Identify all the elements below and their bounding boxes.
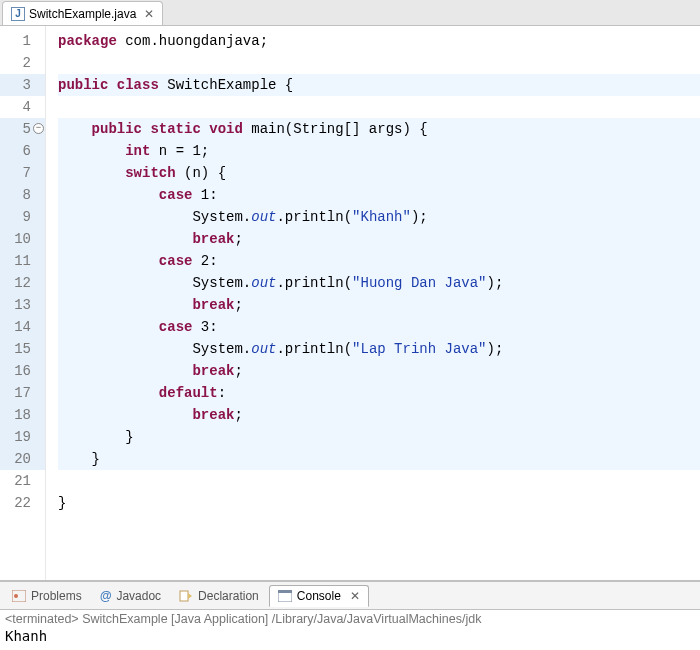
line-number: 12 bbox=[0, 272, 45, 294]
svg-rect-4 bbox=[278, 590, 292, 593]
line-number: 7 bbox=[0, 162, 45, 184]
line-number: 17 bbox=[0, 382, 45, 404]
code-line[interactable]: break; bbox=[58, 404, 700, 426]
line-number: 11 bbox=[0, 250, 45, 272]
tab-javadoc[interactable]: @ Javadoc bbox=[92, 586, 169, 606]
close-icon[interactable]: ✕ bbox=[350, 589, 360, 603]
line-number: 4 bbox=[0, 96, 45, 118]
code-line[interactable]: package com.huongdanjava; bbox=[58, 30, 700, 52]
line-number: 15 bbox=[0, 338, 45, 360]
code-line[interactable]: break; bbox=[58, 294, 700, 316]
console-terminated-line: <terminated> SwitchExample [Java Applica… bbox=[5, 612, 695, 626]
code-line[interactable]: } bbox=[58, 492, 700, 514]
line-number: 22 bbox=[0, 492, 45, 514]
code-line[interactable]: switch (n) { bbox=[58, 162, 700, 184]
code-line[interactable]: int n = 1; bbox=[58, 140, 700, 162]
code-line[interactable]: System.out.println("Khanh"); bbox=[58, 206, 700, 228]
code-line[interactable]: } bbox=[58, 426, 700, 448]
bottom-tabbar: Problems @ Javadoc Declaration Console ✕ bbox=[0, 582, 700, 610]
editor-tabbar: J SwitchExample.java ✕ bbox=[0, 0, 700, 26]
code-line[interactable]: } bbox=[58, 448, 700, 470]
fold-toggle-icon[interactable]: − bbox=[33, 123, 44, 134]
line-number: 16 bbox=[0, 360, 45, 382]
svg-rect-2 bbox=[180, 591, 188, 601]
line-number: 6 bbox=[0, 140, 45, 162]
console-body[interactable]: <terminated> SwitchExample [Java Applica… bbox=[0, 610, 700, 650]
line-number: 10 bbox=[0, 228, 45, 250]
declaration-icon bbox=[179, 590, 193, 602]
line-number: 1 bbox=[0, 30, 45, 52]
close-icon[interactable]: ✕ bbox=[144, 7, 154, 21]
code-area[interactable]: package com.huongdanjava; public class S… bbox=[46, 26, 700, 580]
line-number: 9 bbox=[0, 206, 45, 228]
code-line[interactable]: public class SwitchExample { bbox=[58, 74, 700, 96]
tab-console[interactable]: Console ✕ bbox=[269, 585, 369, 607]
code-line[interactable]: case 1: bbox=[58, 184, 700, 206]
tab-declaration[interactable]: Declaration bbox=[171, 586, 267, 606]
line-number: 20 bbox=[0, 448, 45, 470]
code-line[interactable]: break; bbox=[58, 360, 700, 382]
tab-console-label: Console bbox=[297, 589, 341, 603]
code-line[interactable]: default: bbox=[58, 382, 700, 404]
code-line[interactable]: System.out.println("Lap Trinh Java"); bbox=[58, 338, 700, 360]
code-editor[interactable]: 12345−678910111213141516171819202122 pac… bbox=[0, 26, 700, 580]
code-line[interactable] bbox=[58, 96, 700, 118]
line-number: 2 bbox=[0, 52, 45, 74]
editor-tab-label: SwitchExample.java bbox=[29, 7, 136, 21]
code-line[interactable] bbox=[58, 470, 700, 492]
line-number: 21 bbox=[0, 470, 45, 492]
line-number: 18 bbox=[0, 404, 45, 426]
tab-declaration-label: Declaration bbox=[198, 589, 259, 603]
code-line[interactable] bbox=[58, 52, 700, 74]
code-line[interactable]: case 3: bbox=[58, 316, 700, 338]
line-number: 5− bbox=[0, 118, 45, 140]
java-file-icon: J bbox=[11, 7, 25, 21]
console-icon bbox=[278, 590, 292, 602]
editor-tab-active[interactable]: J SwitchExample.java ✕ bbox=[2, 1, 163, 25]
code-line[interactable]: case 2: bbox=[58, 250, 700, 272]
line-number-gutter: 12345−678910111213141516171819202122 bbox=[0, 26, 46, 580]
bottom-panel: Problems @ Javadoc Declaration Console ✕… bbox=[0, 580, 700, 650]
line-number: 3 bbox=[0, 74, 45, 96]
tab-problems-label: Problems bbox=[31, 589, 82, 603]
svg-point-1 bbox=[14, 594, 18, 598]
line-number: 14 bbox=[0, 316, 45, 338]
line-number: 13 bbox=[0, 294, 45, 316]
code-line[interactable]: break; bbox=[58, 228, 700, 250]
code-line[interactable]: public static void main(String[] args) { bbox=[58, 118, 700, 140]
line-number: 8 bbox=[0, 184, 45, 206]
code-line[interactable]: System.out.println("Huong Dan Java"); bbox=[58, 272, 700, 294]
tab-problems[interactable]: Problems bbox=[4, 586, 90, 606]
line-number: 19 bbox=[0, 426, 45, 448]
javadoc-icon: @ bbox=[100, 589, 112, 603]
console-output-line: Khanh bbox=[5, 626, 695, 644]
tab-javadoc-label: Javadoc bbox=[116, 589, 161, 603]
problems-icon bbox=[12, 590, 26, 602]
